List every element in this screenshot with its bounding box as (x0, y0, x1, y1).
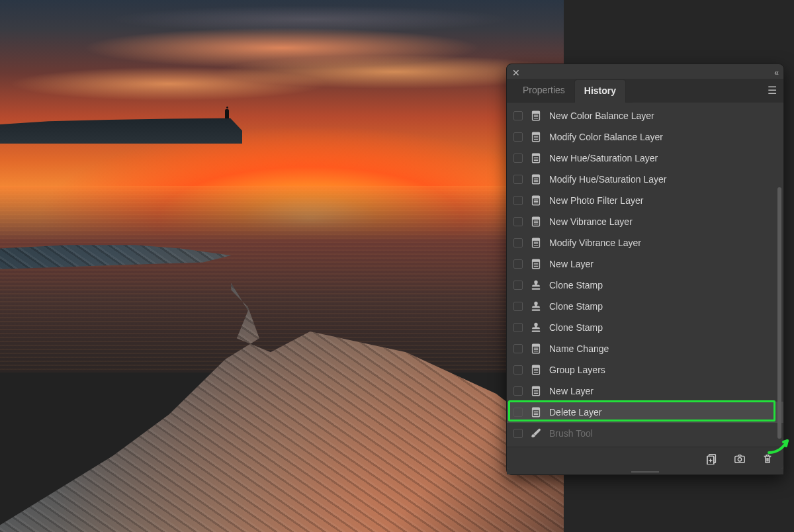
close-icon[interactable]: ✕ (512, 68, 520, 77)
history-list[interactable]: New Color Balance LayerModify Color Bala… (507, 103, 783, 447)
tab-history[interactable]: History (574, 79, 626, 103)
new-doc-icon (706, 453, 718, 465)
history-row-label: New Layer (549, 386, 594, 396)
history-row[interactable]: Modify Hue/Saturation Layer (507, 169, 783, 190)
svg-rect-26 (533, 217, 540, 220)
svg-rect-21 (533, 196, 540, 199)
photo-ocean (0, 186, 564, 372)
snapshot-marker[interactable] (513, 132, 523, 142)
panel-resize-grip[interactable] (507, 469, 783, 474)
delete-state-button[interactable] (761, 452, 774, 465)
stamp-icon (529, 279, 543, 292)
svg-rect-40 (532, 288, 541, 290)
svg-rect-68 (735, 456, 744, 463)
svg-rect-6 (533, 132, 540, 135)
history-row-label: Clone Stamp (549, 280, 603, 290)
svg-rect-16 (533, 175, 540, 177)
svg-rect-54 (533, 386, 540, 389)
svg-rect-11 (533, 154, 540, 156)
history-row-label: Modify Hue/Saturation Layer (549, 174, 666, 185)
history-row[interactable]: New Hue/Saturation Layer (507, 148, 783, 169)
history-row[interactable]: New Vibrance Layer (507, 211, 783, 232)
history-row-label: Modify Color Balance Layer (549, 132, 663, 142)
svg-rect-42 (532, 331, 541, 332)
layer-icon (529, 257, 543, 271)
history-row[interactable]: Clone Stamp (507, 317, 783, 338)
layer-icon (529, 342, 543, 355)
history-row[interactable]: Delete Layer (507, 402, 783, 423)
scrollbar-thumb[interactable] (777, 187, 781, 439)
photo-person-silhouette (225, 109, 229, 118)
brush-icon (529, 427, 543, 440)
history-row[interactable]: Clone Stamp (507, 275, 783, 296)
svg-rect-31 (533, 238, 540, 241)
history-row-label: Brush Tool (549, 428, 593, 439)
panel-menu-icon[interactable]: ☰ (768, 85, 777, 96)
history-row[interactable]: New Layer (507, 253, 783, 275)
stamp-icon (529, 300, 543, 313)
stamp-icon (529, 321, 543, 334)
svg-rect-1 (533, 111, 540, 114)
history-row-label: New Layer (549, 259, 594, 269)
history-row-label: New Photo Filter Layer (549, 195, 643, 206)
snapshot-marker[interactable] (513, 175, 523, 184)
svg-point-69 (738, 457, 741, 461)
history-row-label: Group Layers (549, 365, 605, 375)
svg-rect-44 (533, 344, 540, 347)
history-row-label: Clone Stamp (549, 322, 603, 333)
history-row-label: New Color Balance Layer (549, 111, 654, 121)
layer-icon (529, 363, 543, 377)
snapshot-marker[interactable] (513, 365, 523, 375)
layer-icon (529, 152, 543, 165)
snapshot-marker[interactable] (513, 154, 523, 163)
snapshot-marker[interactable] (513, 344, 523, 353)
history-row-label: Name Change (549, 343, 609, 354)
history-row[interactable]: Group Layers (507, 359, 783, 380)
history-row[interactable]: Name Change (507, 338, 783, 359)
panel-titlebar: ✕ « (507, 64, 783, 79)
svg-rect-49 (533, 365, 540, 368)
create-snapshot-button[interactable] (733, 452, 746, 465)
layer-icon (529, 236, 543, 249)
layer-icon (529, 194, 543, 207)
history-row[interactable]: Modify Color Balance Layer (507, 126, 783, 148)
snapshot-marker[interactable] (513, 217, 523, 226)
svg-rect-36 (533, 259, 540, 262)
history-panel-footer (507, 447, 783, 469)
layer-icon (529, 215, 543, 228)
snapshot-marker[interactable] (513, 196, 523, 205)
camera-icon (734, 453, 746, 465)
trash-icon (762, 453, 773, 465)
history-row[interactable]: Clone Stamp (507, 296, 783, 317)
history-row[interactable]: New Photo Filter Layer (507, 190, 783, 211)
panel-tabs: Properties History ☰ (507, 79, 783, 103)
history-row[interactable]: New Color Balance Layer (507, 105, 783, 126)
history-row[interactable]: Modify Vibrance Layer (507, 232, 783, 253)
new-document-from-state-button[interactable] (705, 452, 719, 465)
snapshot-marker[interactable] (513, 302, 523, 311)
layer-icon (529, 384, 543, 398)
snapshot-marker[interactable] (513, 111, 523, 120)
history-panel: ✕ « Properties History ☰ New Color Balan… (506, 64, 784, 475)
history-row-label: Modify Vibrance Layer (549, 238, 641, 248)
snapshot-marker[interactable] (513, 386, 523, 396)
layer-icon (529, 406, 543, 419)
snapshot-marker[interactable] (513, 281, 523, 290)
layer-icon (529, 173, 543, 186)
history-row[interactable]: Brush Tool (507, 423, 783, 444)
snapshot-marker[interactable] (513, 429, 523, 438)
history-row[interactable]: New Layer (507, 380, 783, 402)
collapse-panel-icon[interactable]: « (774, 68, 777, 77)
document-canvas[interactable] (0, 0, 564, 532)
snapshot-marker[interactable] (513, 408, 523, 417)
history-row-label: New Hue/Saturation Layer (549, 153, 658, 163)
tab-properties[interactable]: Properties (513, 79, 574, 102)
history-row-label: New Vibrance Layer (549, 216, 633, 227)
history-row-label: Delete Layer (549, 407, 601, 418)
snapshot-marker[interactable] (513, 238, 523, 247)
history-row-label: Clone Stamp (549, 301, 603, 312)
snapshot-marker[interactable] (513, 259, 523, 269)
snapshot-marker[interactable] (513, 323, 523, 332)
layer-icon (529, 130, 543, 144)
svg-rect-59 (533, 408, 540, 410)
